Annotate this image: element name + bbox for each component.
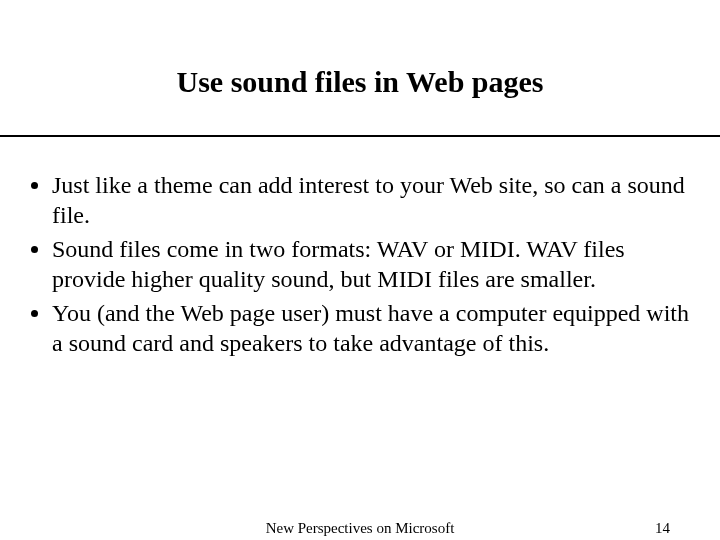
- footer-source: New Perspectives on Microsoft Front. Pag…: [266, 520, 455, 540]
- bullet-list: Just like a theme can add interest to yo…: [30, 170, 690, 358]
- title-divider: [0, 135, 720, 137]
- slide-title: Use sound files in Web pages: [0, 65, 720, 99]
- list-item: Sound files come in two formats: WAV or …: [52, 234, 690, 294]
- slide-body: Just like a theme can add interest to yo…: [30, 170, 690, 362]
- list-item: You (and the Web page user) must have a …: [52, 298, 690, 358]
- footer-line-1: New Perspectives on Microsoft: [266, 520, 455, 537]
- slide: Use sound files in Web pages Just like a…: [0, 0, 720, 540]
- list-item: Just like a theme can add interest to yo…: [52, 170, 690, 230]
- page-number: 14: [655, 520, 670, 537]
